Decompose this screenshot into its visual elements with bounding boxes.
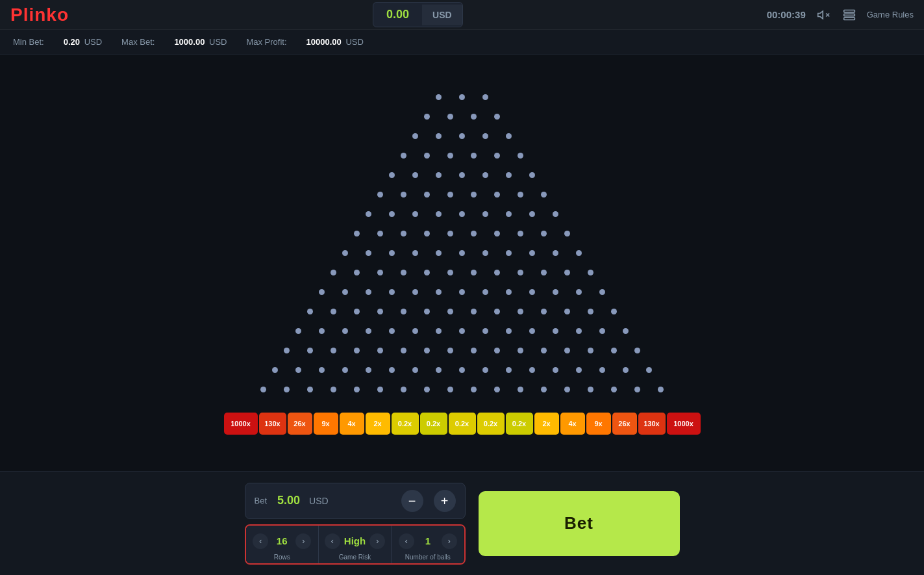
rows-label: Rows bbox=[246, 554, 318, 561]
settings-row: ‹ 16 › Rows ‹ High › Game Risk ‹ 1 bbox=[245, 524, 466, 565]
peg bbox=[389, 328, 395, 334]
peg bbox=[342, 250, 348, 256]
peg bbox=[447, 114, 453, 120]
rows-down-button[interactable]: ‹ bbox=[253, 533, 268, 549]
peg bbox=[576, 250, 582, 256]
peg bbox=[295, 367, 301, 373]
bucket: 0.2x bbox=[392, 413, 419, 435]
peg bbox=[424, 270, 430, 275]
peg bbox=[412, 367, 418, 373]
peg bbox=[447, 231, 453, 236]
bet-label: Bet bbox=[255, 496, 268, 505]
bucket: 130x bbox=[259, 413, 286, 435]
svg-rect-5 bbox=[843, 18, 855, 19]
peg bbox=[506, 328, 512, 334]
game-rules-label: Game Rules bbox=[867, 10, 914, 19]
peg bbox=[401, 153, 406, 159]
balls-down-button[interactable]: ‹ bbox=[399, 533, 414, 549]
peg bbox=[436, 172, 442, 178]
risk-group: ‹ High › Game Risk bbox=[318, 526, 391, 563]
peg bbox=[377, 348, 383, 353]
max-profit-value: 10000.00 bbox=[306, 37, 342, 47]
peg bbox=[553, 250, 558, 256]
rows-up-button[interactable]: › bbox=[295, 533, 311, 549]
peg bbox=[272, 367, 278, 373]
peg bbox=[482, 289, 488, 295]
peg bbox=[611, 309, 617, 314]
peg bbox=[436, 211, 442, 217]
peg bbox=[482, 367, 488, 373]
peg bbox=[553, 328, 558, 334]
peg bbox=[564, 387, 570, 392]
peg bbox=[377, 231, 383, 236]
peg bbox=[284, 348, 290, 353]
peg bbox=[471, 309, 477, 314]
bet-minus-button[interactable]: − bbox=[401, 490, 423, 512]
peg bbox=[342, 328, 348, 334]
risk-prev-button[interactable]: ‹ bbox=[325, 533, 340, 549]
settings-icon[interactable] bbox=[841, 6, 858, 23]
peg bbox=[564, 348, 570, 353]
sound-icon[interactable] bbox=[815, 6, 832, 23]
peg bbox=[482, 250, 488, 256]
min-bet-value: 0.20 bbox=[64, 37, 80, 47]
peg bbox=[611, 348, 617, 353]
bet-plus-button[interactable]: + bbox=[434, 490, 456, 512]
peg bbox=[447, 309, 453, 314]
peg bbox=[459, 211, 465, 217]
bucket: 2x bbox=[366, 413, 390, 435]
max-bet-currency: USD bbox=[209, 37, 227, 47]
peg bbox=[518, 192, 523, 198]
peg bbox=[401, 231, 406, 236]
peg bbox=[588, 348, 593, 353]
bucket: 9x bbox=[314, 413, 338, 435]
risk-next-button[interactable]: › bbox=[369, 533, 385, 549]
peg bbox=[459, 367, 465, 373]
peg bbox=[529, 367, 535, 373]
peg bbox=[541, 192, 547, 198]
peg bbox=[553, 289, 558, 295]
bucket: 26x bbox=[612, 413, 637, 435]
peg bbox=[354, 348, 360, 353]
info-bar: Min Bet: 0.20 USD Max Bet: 1000.00 USD M… bbox=[0, 30, 924, 55]
game-rules-button[interactable]: Game Rules bbox=[867, 10, 914, 19]
balance-currency: USD bbox=[422, 5, 462, 25]
peg bbox=[366, 328, 371, 334]
peg bbox=[331, 309, 336, 314]
balls-group: ‹ 1 › Number of balls bbox=[391, 526, 464, 563]
peg bbox=[319, 367, 325, 373]
peg bbox=[553, 211, 558, 217]
peg bbox=[424, 309, 430, 314]
peg bbox=[412, 211, 418, 217]
peg bbox=[331, 348, 336, 353]
peg bbox=[541, 231, 547, 236]
peg bbox=[494, 153, 500, 159]
peg bbox=[494, 231, 500, 236]
peg bbox=[354, 231, 360, 236]
peg bbox=[389, 250, 395, 256]
bucket: 4x bbox=[560, 413, 585, 435]
bet-button[interactable]: Bet bbox=[479, 491, 680, 556]
peg bbox=[482, 94, 488, 100]
peg bbox=[436, 250, 442, 256]
peg bbox=[436, 94, 442, 100]
peg bbox=[634, 387, 640, 392]
peg bbox=[377, 270, 383, 275]
bucket: 26x bbox=[288, 413, 312, 435]
peg bbox=[447, 192, 453, 198]
peg bbox=[459, 133, 465, 139]
peg bbox=[331, 387, 336, 392]
peg bbox=[518, 387, 523, 392]
svg-marker-0 bbox=[818, 11, 823, 19]
peg bbox=[354, 270, 360, 275]
balls-up-button[interactable]: › bbox=[442, 533, 457, 549]
peg bbox=[599, 367, 605, 373]
bet-currency-label: USD bbox=[309, 496, 329, 506]
bucket: 1000x bbox=[667, 413, 701, 435]
peg bbox=[424, 114, 430, 120]
peg bbox=[494, 348, 500, 353]
peg bbox=[354, 387, 360, 392]
peg bbox=[541, 309, 547, 314]
peg bbox=[506, 367, 512, 373]
controls-box: Bet 5.00 USD − + ‹ 16 › Rows ‹ H bbox=[245, 483, 466, 565]
